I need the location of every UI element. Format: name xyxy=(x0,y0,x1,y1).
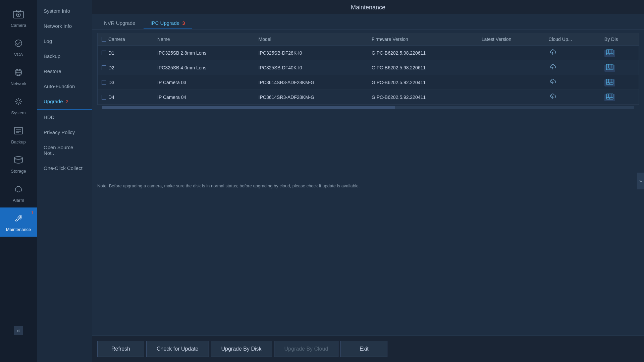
menu-label-hdd: HDD xyxy=(44,114,55,120)
td-model-d4: IPC3614SR3-ADF28KM-G xyxy=(255,90,368,105)
th-model-label: Model xyxy=(259,37,271,42)
td-camera-d2: D2 xyxy=(98,60,153,75)
collapse-sidebar-button[interactable]: « xyxy=(14,326,23,335)
sidebar-item-vca[interactable]: VCA xyxy=(0,33,37,62)
sidebar-item-system[interactable]: System xyxy=(0,91,37,120)
td-disk-d2[interactable] xyxy=(600,60,639,75)
menu-label-open-source: Open Source Not... xyxy=(44,144,73,156)
camera-table: Camera Name Model Firmware Version xyxy=(97,33,639,105)
bottom-button-bar: Refresh Check for Update Upgrade By Disk… xyxy=(92,336,644,362)
sidebar-item-camera[interactable]: Camera xyxy=(0,3,37,33)
menu-item-privacy-policy[interactable]: Privacy Policy xyxy=(37,125,92,140)
sidebar-label-camera: Camera xyxy=(11,23,26,28)
check-update-button[interactable]: Check for Update xyxy=(146,341,209,357)
th-cloud: Cloud Up... xyxy=(544,33,600,46)
td-cloud-d4[interactable] xyxy=(544,90,600,105)
row-d1-checkbox[interactable] xyxy=(102,51,106,55)
menu-item-upgrade[interactable]: Upgrade 2 xyxy=(37,94,92,110)
sidebar-item-network[interactable]: Network xyxy=(0,62,37,91)
cloud-upload-icon-d1[interactable] xyxy=(548,50,556,56)
upgrade-cloud-button[interactable]: Upgrade By Cloud xyxy=(274,341,339,357)
svg-point-15 xyxy=(14,157,22,159)
th-cloud-label: Cloud Up... xyxy=(548,37,572,42)
disk-upload-icon-d2[interactable] xyxy=(604,65,615,72)
svg-point-4 xyxy=(15,40,22,47)
td-cloud-d3[interactable] xyxy=(544,75,600,90)
td-cloud-d1[interactable] xyxy=(544,46,600,60)
menu-item-log[interactable]: Log xyxy=(37,34,92,49)
th-camera: Camera xyxy=(98,33,153,46)
row-d4-checkbox[interactable] xyxy=(102,95,106,100)
page-title: Maintenance xyxy=(92,0,644,14)
td-name-d2: IPC325SB 4.0mm Lens xyxy=(153,60,255,75)
td-latest-d3 xyxy=(478,75,545,90)
row-d4-id: D4 xyxy=(108,95,114,100)
menu-item-open-source[interactable]: Open Source Not... xyxy=(37,140,92,161)
sidebar-item-backup[interactable]: Backup xyxy=(0,120,37,149)
svg-point-40 xyxy=(609,98,610,99)
menu-label-network-info: Network Info xyxy=(44,23,72,29)
storage-icon xyxy=(12,154,25,167)
table-header-row: Camera Name Model Firmware Version xyxy=(98,33,639,46)
sidebar-label-alarm: Alarm xyxy=(13,198,24,203)
menu-item-backup[interactable]: Backup xyxy=(37,49,92,64)
th-name: Name xyxy=(153,33,255,46)
sidebar-label-system: System xyxy=(11,110,25,115)
expand-right-button[interactable]: » xyxy=(637,173,644,189)
sidebar-item-storage[interactable]: Storage xyxy=(0,149,37,178)
td-name-d3: IP Camera 03 xyxy=(153,75,255,90)
td-camera-d3: D3 xyxy=(98,75,153,90)
select-all-checkbox[interactable] xyxy=(102,37,106,42)
horizontal-scrollbar[interactable] xyxy=(102,106,634,109)
td-cloud-d2[interactable] xyxy=(544,60,600,75)
td-disk-d3[interactable] xyxy=(600,75,639,90)
sidebar-label-network: Network xyxy=(10,81,26,86)
scrollbar-thumb[interactable] xyxy=(102,106,395,109)
menu-item-restore[interactable]: Restore xyxy=(37,64,92,79)
td-model-d1: IPC325SB-DF28K-I0 xyxy=(255,46,368,60)
cloud-upload-icon-d3[interactable] xyxy=(548,79,556,86)
td-firmware-d2: GIPC-B6202.5.98.220611 xyxy=(368,60,478,75)
td-model-d2: IPC325SB-DF40K-I0 xyxy=(255,60,368,75)
sidebar-item-alarm[interactable]: Alarm xyxy=(0,178,37,207)
td-latest-d1 xyxy=(478,46,545,60)
menu-label-privacy-policy: Privacy Policy xyxy=(44,129,75,135)
menu-label-upgrade: Upgrade xyxy=(44,99,63,104)
menu-item-hdd[interactable]: HDD xyxy=(37,110,92,125)
menu-item-system-info[interactable]: System Info xyxy=(37,3,92,18)
tab-ipc-upgrade[interactable]: IPC Upgrade 3 xyxy=(144,17,192,29)
menu-upgrade-number: 2 xyxy=(66,99,68,104)
menu-label-restore: Restore xyxy=(44,68,61,74)
disk-upload-icon-d4[interactable] xyxy=(604,94,615,101)
sidebar-label-maintenance: Maintenance xyxy=(6,227,31,232)
th-latest: Latest Version xyxy=(478,33,545,46)
cloud-upload-icon-d2[interactable] xyxy=(548,64,556,71)
th-latest-label: Latest Version xyxy=(482,37,512,42)
row-d1-id: D1 xyxy=(108,50,114,56)
table-row: D2 IPC325SB 4.0mm Lens IPC325SB-DF40K-I0… xyxy=(98,60,639,75)
empty-space xyxy=(92,192,644,336)
sidebar-label-storage: Storage xyxy=(11,169,26,174)
exit-button[interactable]: Exit xyxy=(340,341,387,357)
td-disk-d1[interactable] xyxy=(600,46,639,60)
tab-number: 3 xyxy=(182,20,185,26)
refresh-button[interactable]: Refresh xyxy=(97,341,144,357)
td-disk-d4[interactable] xyxy=(600,90,639,105)
menu-item-one-click[interactable]: One-Click Collect xyxy=(37,161,92,176)
row-d3-checkbox[interactable] xyxy=(102,80,106,85)
disk-upload-icon-d1[interactable] xyxy=(604,50,615,57)
menu-item-auto-function[interactable]: Auto-Function xyxy=(37,79,92,94)
note-text: Note: Before upgrading a camera, make su… xyxy=(92,180,644,192)
menu-column: System Info Network Info Log Backup Rest… xyxy=(37,0,92,362)
sidebar-item-maintenance[interactable]: Maintenance 1 xyxy=(0,207,37,237)
th-firmware: Firmware Version xyxy=(368,33,478,46)
row-d2-checkbox[interactable] xyxy=(102,65,106,70)
menu-item-network-info[interactable]: Network Info xyxy=(37,18,92,34)
table-area: Camera Name Model Firmware Version xyxy=(92,29,644,180)
upgrade-disk-button[interactable]: Upgrade By Disk xyxy=(211,341,272,357)
disk-upload-icon-d3[interactable] xyxy=(604,79,615,86)
cloud-upload-icon-d4[interactable] xyxy=(548,94,556,101)
svg-rect-12 xyxy=(16,129,21,130)
menu-label-log: Log xyxy=(44,38,52,44)
tab-nvr-upgrade[interactable]: NVR Upgrade xyxy=(97,17,142,29)
